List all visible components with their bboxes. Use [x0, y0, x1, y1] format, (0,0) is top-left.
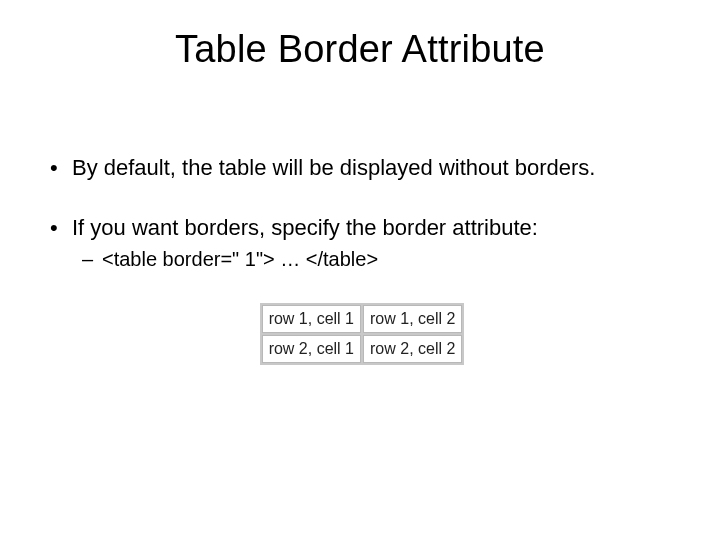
- table-cell: row 1, cell 2: [363, 305, 462, 333]
- content-area: By default, the table will be displayed …: [0, 153, 720, 365]
- slide: Table Border Attribute By default, the t…: [0, 0, 720, 540]
- page-title: Table Border Attribute: [0, 28, 720, 71]
- table-cell: row 2, cell 2: [363, 335, 462, 363]
- bullet-item: By default, the table will be displayed …: [44, 153, 680, 183]
- bullet-list: By default, the table will be displayed …: [44, 153, 680, 273]
- table-cell: row 1, cell 1: [262, 305, 361, 333]
- table-row: row 2, cell 1 row 2, cell 2: [262, 335, 463, 363]
- sub-bullet-list: <table border=" 1"> … </table>: [72, 246, 680, 273]
- bullet-text: If you want borders, specify the border …: [72, 215, 538, 240]
- sub-bullet-item: <table border=" 1"> … </table>: [72, 246, 680, 273]
- demo-table: row 1, cell 1 row 1, cell 2 row 2, cell …: [260, 303, 465, 364]
- table-example: row 1, cell 1 row 1, cell 2 row 2, cell …: [44, 303, 680, 364]
- table-cell: row 2, cell 1: [262, 335, 361, 363]
- table-row: row 1, cell 1 row 1, cell 2: [262, 305, 463, 333]
- bullet-text: By default, the table will be displayed …: [72, 155, 595, 180]
- bullet-item: If you want borders, specify the border …: [44, 213, 680, 274]
- sub-bullet-text: <table border=" 1"> … </table>: [102, 248, 378, 270]
